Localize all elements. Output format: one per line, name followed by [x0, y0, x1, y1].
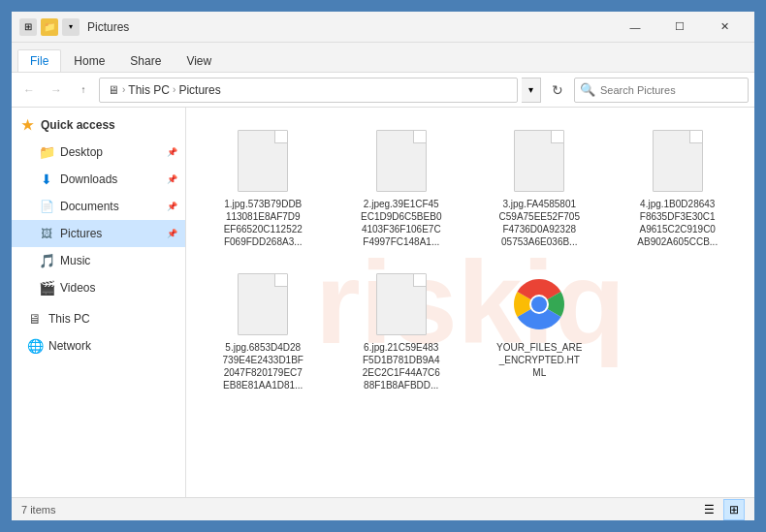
quick-access-label: Quick access: [41, 118, 115, 132]
svg-point-2: [531, 297, 547, 312]
network-icon: 🌐: [27, 338, 43, 354]
window-icon-2: 📁: [41, 18, 58, 36]
file-name: 1.jpg.573B79DDB113081E8AF7D9EF66520C1125…: [224, 198, 303, 248]
sidebar-documents-label: Documents: [60, 200, 119, 213]
file-icon: [232, 269, 294, 339]
sidebar-quick-access[interactable]: ★ Quick access: [12, 111, 185, 139]
file-icon: [647, 126, 709, 196]
tab-file[interactable]: File: [17, 49, 61, 72]
file-explorer-window: ⊞ 📁 ▾ Pictures — ☐ ✕ File Home Share Vie…: [10, 10, 756, 522]
sidebar-item-downloads[interactable]: ⬇ Downloads 📌: [12, 166, 185, 193]
file-name: 2.jpeg.39E1CF45EC1D9D6C5BEB04103F36F106E…: [361, 198, 441, 248]
file-item[interactable]: 1.jpg.573B79DDB113081E8AF7D9EF66520C1125…: [198, 119, 329, 255]
sidebar-item-this-pc[interactable]: 🖥 This PC: [12, 305, 185, 332]
sidebar-item-network[interactable]: 🌐 Network: [12, 332, 185, 360]
content-area: riskiq 1.jpg.573B79DDB113081E8AF7D9EF665…: [186, 108, 754, 497]
path-this-pc: 🖥: [108, 83, 119, 97]
file-item[interactable]: 2.jpeg.39E1CF45EC1D9D6C5BEB04103F36F106E…: [336, 119, 467, 255]
sidebar-item-music[interactable]: 🎵 Music: [12, 247, 185, 274]
forward-button[interactable]: →: [45, 78, 68, 102]
downloads-folder-icon: ⬇: [39, 172, 54, 187]
star-icon: ★: [19, 117, 35, 133]
refresh-button[interactable]: ↻: [545, 78, 570, 103]
doc-icon: [514, 130, 564, 192]
sidebar-item-pictures[interactable]: 🖼 Pictures 📌: [12, 220, 185, 247]
file-item[interactable]: 3.jpg.FA4585801C59A75EE52F705F4736D0A923…: [474, 119, 605, 255]
tab-view[interactable]: View: [174, 49, 224, 72]
view-controls: ☰ ⊞: [698, 499, 745, 520]
file-item[interactable]: 5.jpg.6853D4D28739E4E2433D1BF2047F820179…: [198, 263, 329, 398]
sidebar-item-videos[interactable]: 🎬 Videos: [12, 274, 185, 301]
title-bar-controls: — ☐ ✕: [613, 12, 747, 43]
doc-icon: [376, 130, 427, 192]
file-icon: [370, 269, 432, 339]
title-bar-icons: ⊞ 📁 ▾: [19, 18, 80, 36]
documents-folder-icon: 📄: [39, 199, 54, 214]
doc-icon: [376, 273, 427, 335]
doc-icon: [238, 130, 288, 192]
tab-share[interactable]: Share: [117, 49, 174, 72]
address-bar: ← → ↑ 🖥 › This PC › Pictures ▾ ↻ 🔍: [12, 73, 754, 108]
grid-view-button[interactable]: ⊞: [723, 499, 745, 520]
sidebar-desktop-label: Desktop: [60, 145, 103, 159]
pin-icon-downloads: 📌: [167, 174, 177, 184]
search-input[interactable]: [600, 84, 748, 96]
back-button[interactable]: ←: [17, 78, 41, 102]
file-name: 4.jpg.1B0D28643F8635DF3E30C1A9615C2C919C…: [637, 198, 718, 248]
file-icon: [232, 126, 294, 196]
doc-icon: [238, 273, 288, 335]
title-bar: ⊞ 📁 ▾ Pictures — ☐ ✕: [12, 12, 754, 43]
file-item[interactable]: 4.jpg.1B0D28643F8635DF3E30C1A9615C2C919C…: [613, 119, 744, 255]
sidebar-pictures-label: Pictures: [60, 227, 102, 240]
music-folder-icon: 🎵: [39, 253, 54, 268]
desktop-folder-icon: 📁: [39, 144, 54, 160]
file-name: 6.jpg.21C59E483F5D1B781DB9A42EC2C1F44A7C…: [363, 341, 440, 391]
pin-icon-pictures: 📌: [167, 229, 177, 238]
maximize-button[interactable]: ☐: [657, 12, 702, 43]
videos-folder-icon: 🎬: [39, 280, 54, 296]
pictures-folder-icon: 🖼: [39, 226, 54, 241]
tab-home[interactable]: Home: [61, 49, 117, 72]
item-count: 7 items: [21, 504, 55, 516]
ribbon: File Home Share View: [12, 43, 754, 73]
minimize-button[interactable]: —: [613, 12, 657, 43]
doc-icon: [653, 130, 703, 192]
quick-access-toolbar: ▾: [62, 18, 80, 36]
file-name: 5.jpg.6853D4D28739E4E2433D1BF2047F820179…: [223, 341, 303, 391]
pin-icon-desktop: 📌: [167, 147, 177, 157]
chrome-svg: [514, 279, 564, 329]
sidebar-item-desktop[interactable]: 📁 Desktop 📌: [12, 139, 185, 166]
sidebar-videos-label: Videos: [60, 281, 95, 295]
window-title: Pictures: [87, 20, 613, 34]
file-item-encrypted[interactable]: YOUR_FILES_ARE_ENCRYPTED.HTML: [474, 263, 605, 398]
main-area: ★ Quick access 📁 Desktop 📌 ⬇ Downloads 📌…: [12, 108, 754, 497]
pin-icon-documents: 📌: [167, 202, 177, 211]
window-icon-1: ⊞: [19, 18, 37, 36]
this-pc-icon: 🖥: [27, 311, 43, 327]
file-name: 3.jpg.FA4585801C59A75EE52F705F4736D0A923…: [499, 198, 580, 248]
path-part-1: This PC: [128, 83, 170, 97]
chrome-file-icon: [508, 269, 570, 339]
files-grid: 1.jpg.573B79DDB113081E8AF7D9EF66520C1125…: [198, 119, 743, 398]
sidebar: ★ Quick access 📁 Desktop 📌 ⬇ Downloads 📌…: [12, 108, 186, 497]
address-dropdown-button[interactable]: ▾: [522, 78, 541, 103]
file-icon: [508, 126, 570, 196]
sidebar-item-documents[interactable]: 📄 Documents 📌: [12, 193, 185, 220]
file-name-encrypted: YOUR_FILES_ARE_ENCRYPTED.HTML: [496, 341, 582, 379]
file-icon: [370, 126, 432, 196]
sidebar-music-label: Music: [60, 254, 90, 267]
close-button[interactable]: ✕: [702, 12, 747, 43]
up-button[interactable]: ↑: [72, 78, 95, 102]
status-bar: 7 items ☰ ⊞: [12, 497, 754, 520]
path-part-2: Pictures: [178, 83, 220, 97]
list-view-button[interactable]: ☰: [698, 499, 719, 520]
sidebar-this-pc-label: This PC: [48, 312, 90, 326]
search-icon: 🔍: [575, 78, 600, 103]
ribbon-tabs: File Home Share View: [12, 43, 754, 72]
sidebar-downloads-label: Downloads: [60, 172, 117, 186]
search-box: 🔍: [574, 78, 749, 103]
file-item[interactable]: 6.jpg.21C59E483F5D1B781DB9A42EC2C1F44A7C…: [336, 263, 467, 398]
address-path[interactable]: 🖥 › This PC › Pictures: [99, 78, 518, 103]
sidebar-network-label: Network: [48, 339, 91, 353]
